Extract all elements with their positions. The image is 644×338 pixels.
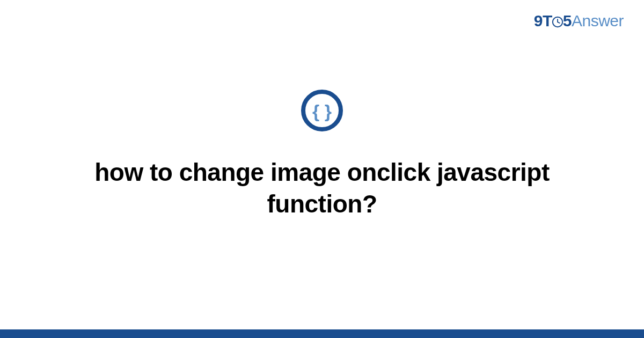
svg-text:{ }: { } <box>312 101 332 121</box>
footer-bar <box>0 329 644 338</box>
topic-badge-icon: { } <box>301 109 343 157</box>
question-title: how to change image onclick javascript f… <box>75 157 569 220</box>
content-wrapper: { } how to change image onclick javascri… <box>0 0 644 329</box>
